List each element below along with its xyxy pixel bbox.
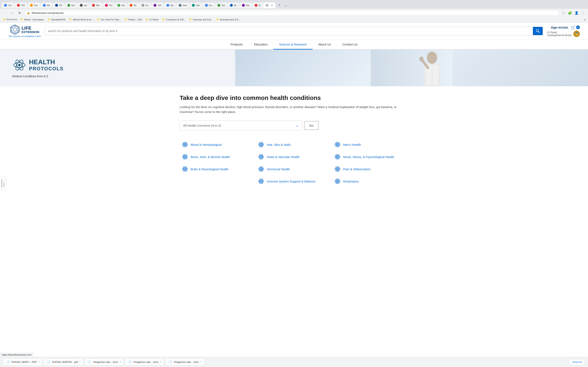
category-immune-system[interactable]: Immune System Support & Balance <box>267 180 315 183</box>
bookmark-label: SaludablesPR <box>51 18 66 21</box>
tab-title: Inb <box>121 4 125 7</box>
svg-point-62 <box>337 181 338 182</box>
logo-hex-icon <box>10 25 20 35</box>
site-header: LIFE EXTENSION The Science of a Healthie… <box>0 22 588 40</box>
category-mens-health[interactable]: Men's Health <box>343 143 361 146</box>
search-button[interactable] <box>533 27 543 35</box>
browser-tab-19[interactable]: Bo <box>227 2 239 8</box>
tab-close-icon[interactable]: ✕ <box>271 4 273 7</box>
extensions-icon[interactable]: 🧩 <box>567 10 573 16</box>
svg-point-42 <box>337 156 338 157</box>
browser-tab-15[interactable]: how <box>176 2 189 8</box>
category-bone-joint-muscle[interactable]: Bone, Joint, & Muscle Health <box>191 155 230 159</box>
tab-title: You <box>34 4 38 7</box>
bookmarks-overflow-icon[interactable]: » <box>584 18 586 21</box>
hero-section: HEALTH PROTOCOLS Medical Conditions from… <box>0 50 588 86</box>
browser-tab-9[interactable]: Put <box>103 2 115 8</box>
bookmark-aworld[interactable]: 📁 aWorld News & An... <box>67 17 95 21</box>
reload-button[interactable]: ↻ <box>17 10 22 16</box>
browser-tab-1[interactable]: Cor <box>2 2 14 8</box>
tabs-overflow-icon[interactable]: ⌄ <box>283 2 289 8</box>
back-button[interactable]: ← <box>2 10 8 16</box>
svg-point-2 <box>13 28 17 31</box>
browser-tab-3[interactable]: You <box>27 2 40 8</box>
tab-title: All <box>134 4 136 7</box>
bookmark-airbnb[interactable]: 📁 Airbnb - Homeaway <box>19 17 45 21</box>
browser-tab-11[interactable]: All <box>127 2 139 8</box>
bookmark-youtube[interactable]: 📁 You Tube Pol Vide... <box>95 17 122 21</box>
rating-text: #1 Rated Catalog/Internet Brand <box>547 31 572 37</box>
tab-favicon <box>30 4 33 7</box>
tab-title: CRI <box>21 4 25 7</box>
category-pain-inflammation[interactable]: Pain & Inflammation <box>343 167 371 171</box>
category-hormonal-health[interactable]: Hormonal Health <box>267 167 290 171</box>
bookmark-label: Entertainment & R... <box>220 18 240 21</box>
browser-tab-10[interactable]: Inb <box>115 2 127 8</box>
address-bar[interactable]: 🔒 lifeextension.com/protocols <box>24 10 559 16</box>
category-heart-vascular[interactable]: Heart & Vascular Health <box>267 155 300 159</box>
dropdown-row: All Health Concerns (A to Z) ⌄ Go <box>180 120 408 130</box>
browser-tab-18[interactable]: Sal <box>215 2 227 8</box>
browser-tab-active[interactable]: ✕ <box>263 2 276 8</box>
menu-icon[interactable]: ⋮ <box>580 10 586 16</box>
forward-button[interactable]: → <box>9 10 15 16</box>
nav-products[interactable]: Products <box>225 40 248 50</box>
bookmark-icon[interactable]: ☆ <box>561 10 566 16</box>
tab-favicon <box>179 4 182 7</box>
browser-tab-12[interactable]: Ca <box>139 2 151 8</box>
bookmarks-label: ⭐ Bookmarks <box>2 18 18 21</box>
nav-contact-us[interactable]: Contact Us <box>337 40 363 50</box>
profile-icon[interactable]: 👤 <box>574 10 579 16</box>
go-button[interactable]: Go <box>304 121 319 130</box>
category-brain-neurological[interactable]: Brain & Neurological Health <box>191 167 228 171</box>
site-nav: Products Education Science & Research Ab… <box>0 40 588 50</box>
category-mood-stress-psych[interactable]: Mood, Stress, & Psychological Health <box>343 155 394 159</box>
bookmark-saludables[interactable]: 📁 SaludablesPR <box>46 17 67 21</box>
search-input[interactable] <box>45 27 533 35</box>
browser-tab-17[interactable]: Em <box>203 2 215 8</box>
bookmark-label: Computers & Soft... <box>166 18 185 21</box>
nav-science-research[interactable]: Science & Research <box>273 40 312 50</box>
category-hair-skin-nails[interactable]: Hair, Skin & Nails <box>267 143 291 146</box>
bookmarks-bar: ⭐ Bookmarks 📁 Airbnb - Homeaway 📁 Saluda… <box>0 17 588 22</box>
nav-about-us[interactable]: About Us <box>312 40 337 50</box>
norton-text: ✓ norton <box>3 180 5 187</box>
browser-tab-6[interactable]: Sal <box>65 2 77 8</box>
logo-image: LIFE EXTENSION <box>10 25 39 35</box>
rating-sub: Catalog/Internet Brand <box>547 34 572 37</box>
bookmark-cameras[interactable]: 📁 Cameras and Cell... <box>187 17 214 21</box>
category-blood-hematological[interactable]: Blood & Hematological <box>191 143 222 146</box>
bookmark-health[interactable]: 📁 #1 Rated <box>144 17 160 21</box>
tab-favicon <box>192 4 195 7</box>
browser-tab-4[interactable]: My <box>40 2 52 8</box>
svg-rect-19 <box>432 65 439 85</box>
cart-button[interactable]: 🛒 0 <box>571 25 580 30</box>
norton-sidebar[interactable]: ✓ norton SHOPPING GUARANTEE >> <box>0 177 6 190</box>
browser-tab-5[interactable]: SP <box>53 2 65 8</box>
browser-tab-2[interactable]: CRI <box>15 2 27 8</box>
nav-education[interactable]: Education <box>248 40 273 50</box>
svg-point-58 <box>260 181 262 182</box>
browser-tab-7[interactable]: ww <box>77 2 90 8</box>
category-respiratory[interactable]: Respiratory <box>343 180 359 183</box>
list-item: Immune System Support & Balance <box>256 175 332 187</box>
browser-tab-20[interactable]: Par <box>240 2 252 8</box>
browser-tab-13[interactable]: Yah <box>151 2 164 8</box>
tab-favicon <box>43 4 46 7</box>
browser-tab-8[interactable]: Ber <box>90 2 102 8</box>
browser-tab-21[interactable]: (5 <box>252 2 263 8</box>
hero-logo: HEALTH PROTOCOLS <box>12 58 64 72</box>
sign-in-button[interactable]: Sign In/Join <box>551 26 568 29</box>
tab-favicon <box>55 4 58 7</box>
bookmark-entertainment[interactable]: 📁 Entertainment & R... <box>215 17 242 21</box>
bookmark-computers[interactable]: 📁 Computers & Soft... <box>160 17 187 21</box>
browser-tab-16[interactable]: Inte <box>190 2 202 8</box>
tab-favicon <box>166 4 169 7</box>
health-concerns-dropdown[interactable]: All Health Concerns (A to Z) ⌄ <box>180 120 302 130</box>
bookmark-politics[interactable]: 📁 Politics - USA <box>123 17 144 21</box>
cart-count: 0 <box>576 25 580 29</box>
atom-icon <box>182 141 188 148</box>
new-tab-button[interactable]: + <box>276 2 283 9</box>
browser-tab-14[interactable]: My <box>164 2 176 8</box>
tab-favicon <box>205 4 208 7</box>
